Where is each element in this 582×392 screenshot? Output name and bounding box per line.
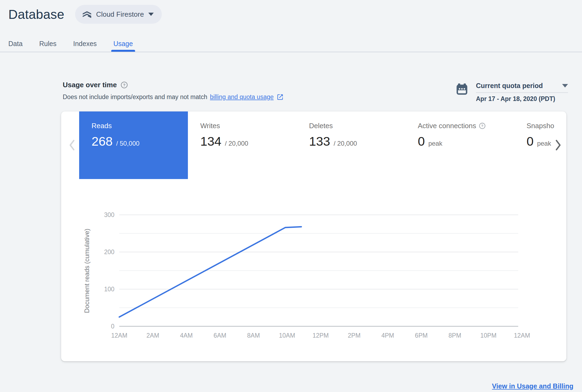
usage-section-header: Usage over time ? Does not include impor…: [63, 81, 284, 101]
tab-usage[interactable]: Usage: [113, 37, 133, 52]
x-tick-label: 6AM: [213, 332, 226, 339]
quota-period-label: Current quota period: [476, 82, 543, 90]
x-tick-label: 2PM: [348, 332, 360, 339]
metric-value: 0: [418, 134, 425, 149]
metric-tile-writes[interactable]: Writes134/ 20,000: [188, 111, 297, 179]
metric-label: Writes: [200, 122, 220, 130]
metric-label: Active connections: [418, 122, 476, 130]
x-tick-label: 10PM: [480, 332, 496, 339]
metric-denominator: peak: [537, 140, 551, 147]
metric-tiles-viewport: Reads268/ 50,000Writes134/ 20,000Deletes…: [79, 111, 559, 179]
metric-denominator: / 20,000: [334, 140, 357, 147]
x-tick-label: 6PM: [415, 332, 427, 339]
tab-bar-divider: [0, 52, 582, 52]
firestore-usage-page: Database Cloud Firestore DataRulesIndexe…: [0, 0, 582, 392]
billing-usage-link[interactable]: billing and quota usage: [210, 93, 274, 101]
usage-card: 010020030012AM2AM4AM6AM8AM10AM12PM2PM4PM…: [61, 111, 566, 361]
x-tick-label: 4PM: [381, 332, 394, 339]
metric-value: 268: [92, 134, 113, 149]
section-description: Does not include imports/exports and may…: [63, 93, 207, 101]
metric-denominator: peak: [428, 140, 442, 147]
x-tick-label: 8AM: [247, 332, 260, 339]
tab-bar: DataRulesIndexesUsage: [0, 37, 582, 52]
reads-series-line: [119, 227, 301, 317]
help-icon[interactable]: ?: [479, 122, 486, 129]
metric-value: 134: [200, 134, 221, 149]
tab-data[interactable]: Data: [8, 37, 23, 52]
carousel-left-arrow[interactable]: [68, 139, 76, 151]
svg-text:?: ?: [481, 124, 483, 128]
metric-tile-reads[interactable]: Reads268/ 50,000: [79, 111, 188, 179]
caret-down-icon: [562, 84, 568, 88]
product-selector-label: Cloud Firestore: [96, 10, 144, 19]
svg-text:?: ?: [123, 83, 125, 87]
metric-tile-deletes[interactable]: Deletes133/ 20,000: [297, 111, 405, 179]
firestore-icon: [82, 10, 92, 19]
caret-down-icon: [148, 13, 154, 16]
view-usage-billing-link[interactable]: View in Usage and Billing: [492, 382, 573, 390]
app-header: Database Cloud Firestore: [8, 5, 162, 24]
page-title: Database: [8, 7, 64, 22]
tab-label: Indexes: [73, 40, 97, 47]
y-tick-label: 200: [104, 248, 114, 256]
x-tick-label: 8PM: [448, 332, 461, 339]
metric-label: Snapsho: [527, 122, 554, 130]
tab-label: Rules: [39, 40, 57, 47]
metric-tile-snapsho[interactable]: Snapsho0peak: [514, 111, 559, 179]
x-tick-label: 12AM: [111, 332, 127, 339]
metric-tile-active-connections[interactable]: Active connections?0peak: [405, 111, 514, 179]
tab-label: Data: [8, 40, 23, 47]
y-tick-label: 300: [104, 211, 114, 218]
external-link-icon[interactable]: [276, 93, 284, 101]
quota-period-block: Current quota period Apr 17 - Apr 18, 20…: [455, 82, 568, 103]
product-selector[interactable]: Cloud Firestore: [75, 5, 162, 24]
metric-denominator: / 50,000: [116, 140, 139, 147]
metric-value: 0: [527, 134, 534, 149]
quota-period-date-range: Apr 17 - Apr 18, 2020 (PDT): [476, 95, 568, 103]
x-tick-label: 12PM: [313, 332, 329, 339]
calendar-icon: [455, 83, 468, 103]
section-title: Usage over time: [63, 81, 117, 89]
tab-label: Usage: [113, 40, 133, 47]
carousel-right-arrow[interactable]: [555, 139, 562, 151]
y-tick-label: 100: [104, 286, 114, 293]
y-axis-title: Document reads (cumulative): [83, 229, 90, 313]
y-tick-label: 0: [111, 323, 114, 330]
help-icon[interactable]: ?: [121, 81, 128, 89]
quota-period-dropdown[interactable]: Current quota period: [476, 82, 568, 93]
metric-label: Deletes: [309, 122, 333, 130]
tab-rules[interactable]: Rules: [39, 37, 57, 52]
metric-denominator: / 20,000: [225, 140, 248, 147]
x-tick-label: 2AM: [146, 332, 159, 339]
metric-value: 133: [309, 134, 330, 149]
tab-indexes[interactable]: Indexes: [73, 37, 97, 52]
x-tick-label: 12AM: [514, 332, 530, 339]
x-tick-label: 4AM: [180, 332, 193, 339]
metric-label: Reads: [92, 122, 112, 130]
x-tick-label: 10AM: [279, 332, 295, 339]
